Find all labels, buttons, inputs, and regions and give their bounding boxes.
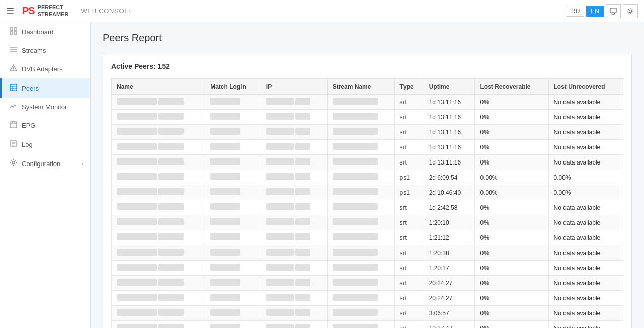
cell-lost-unrecovered: No data available	[548, 306, 623, 321]
cell-match-login	[205, 110, 261, 125]
svg-rect-6	[14, 28, 17, 30]
col-uptime[interactable]: Uptime	[424, 79, 475, 95]
table-row: srt20:24:270%No data available	[112, 276, 623, 291]
sidebar-item-log[interactable]: Log	[0, 135, 90, 154]
sidebar-item-peers[interactable]: Peers	[0, 78, 90, 98]
cell-ip	[261, 215, 327, 230]
cell-uptime: 3:06:57	[424, 306, 475, 321]
cell-ip	[261, 245, 327, 261]
cell-lost-unrecovered: No data available	[548, 110, 623, 125]
cell-match-login	[205, 230, 261, 245]
cell-name	[112, 125, 205, 140]
cell-match-login	[205, 215, 261, 230]
table-row: srt1d 13:11:160%No data available	[112, 140, 623, 155]
cell-match-login	[205, 185, 261, 200]
cell-lost-recoverable: 0%	[475, 230, 548, 245]
col-name[interactable]: Name	[112, 79, 205, 95]
sidebar-item-configuration[interactable]: Configuration ›	[0, 154, 90, 173]
cell-name	[112, 140, 205, 155]
gear-icon-button[interactable]	[623, 4, 638, 18]
cell-stream-name	[327, 110, 394, 125]
table-row: srt1d 13:11:160%No data available	[112, 95, 623, 110]
cell-stream-name	[327, 245, 394, 261]
cell-uptime: 1:20:10	[424, 215, 475, 230]
col-stream-name[interactable]: Stream Name	[327, 79, 394, 95]
cell-ip	[261, 110, 327, 125]
table-row: srt1d 13:11:160%No data available	[112, 155, 623, 170]
sidebar-item-dashboard[interactable]: Dashboard	[0, 22, 90, 41]
cell-type: srt	[394, 200, 424, 215]
cell-uptime: 1d 13:11:16	[424, 140, 475, 155]
system-monitor-icon	[9, 103, 18, 111]
cell-lost-unrecovered: 0.00%	[548, 170, 623, 185]
cell-ip	[261, 291, 327, 306]
table-row: ps12d 10:46:400.00%0.00%	[112, 185, 623, 200]
configuration-arrow-icon: ›	[81, 160, 83, 167]
cell-lost-recoverable: 0%	[475, 276, 548, 291]
cell-stream-name	[327, 306, 394, 321]
cell-ip	[261, 140, 327, 155]
cell-uptime: 1:20:38	[424, 245, 475, 261]
col-ip[interactable]: IP	[261, 79, 327, 95]
cell-uptime: 19:37:47	[424, 321, 475, 329]
active-peers-summary: Active Peers: 152	[111, 62, 623, 70]
cell-name	[112, 306, 205, 321]
gear-icon	[627, 8, 634, 15]
display-icon	[610, 8, 617, 15]
dashboard-icon	[9, 27, 18, 36]
cell-uptime: 1d 13:11:16	[424, 125, 475, 140]
cell-match-login	[205, 170, 261, 185]
cell-match-login	[205, 261, 261, 276]
svg-rect-8	[14, 32, 17, 34]
cell-uptime: 1d 13:11:16	[424, 95, 475, 110]
cell-lost-unrecovered: No data available	[548, 291, 623, 306]
cell-lost-recoverable: 0%	[475, 306, 548, 321]
cell-lost-recoverable: 0%	[475, 95, 548, 110]
col-lost-recoverable[interactable]: Lost Recoverable	[475, 79, 548, 95]
cell-match-login	[205, 306, 261, 321]
lang-ru-button[interactable]: RU	[567, 6, 584, 17]
cell-lost-recoverable: 0%	[475, 140, 548, 155]
sidebar-label-peers: Peers	[22, 85, 39, 92]
sidebar-item-dvb-adapters[interactable]: DVB Adapters	[0, 59, 90, 78]
peers-report-card: Active Peers: 152 Name Match Login IP St…	[103, 54, 632, 328]
cell-name	[112, 155, 205, 170]
cell-lost-unrecovered: 0.00%	[548, 185, 623, 200]
monitor-icon-button[interactable]	[606, 4, 621, 18]
cell-lost-unrecovered: No data available	[548, 276, 623, 291]
cell-ip	[261, 230, 327, 245]
cell-ip	[261, 185, 327, 200]
cell-lost-recoverable: 0.00%	[475, 185, 548, 200]
cell-ip	[261, 261, 327, 276]
svg-point-14	[13, 70, 14, 71]
table-row: srt1:20:170%No data available	[112, 261, 623, 276]
col-lost-unrecovered[interactable]: Lost Unrecovered	[548, 79, 623, 95]
cell-lost-unrecovered: No data available	[548, 125, 623, 140]
cell-name	[112, 185, 205, 200]
sidebar-item-epg[interactable]: EPG	[0, 116, 90, 135]
cell-ip	[261, 276, 327, 291]
logo-tagline: PERFECT STREAMER	[38, 4, 69, 17]
cell-type: ps1	[394, 170, 424, 185]
sidebar-label-epg: EPG	[22, 122, 35, 129]
svg-rect-5	[10, 28, 13, 30]
sidebar-item-streams[interactable]: Streams	[0, 41, 90, 59]
table-row: srt19:37:470%No data available	[112, 321, 623, 329]
cell-lost-recoverable: 0.00%	[475, 170, 548, 185]
cell-ip	[261, 125, 327, 140]
cell-stream-name	[327, 140, 394, 155]
svg-point-27	[12, 161, 15, 164]
menu-icon[interactable]: ☰	[6, 6, 14, 17]
cell-stream-name	[327, 95, 394, 110]
cell-name	[112, 261, 205, 276]
cell-type: srt	[394, 215, 424, 230]
cell-lost-unrecovered: No data available	[548, 321, 623, 329]
lang-en-button[interactable]: EN	[586, 6, 604, 17]
cell-lost-recoverable: 0%	[475, 215, 548, 230]
cell-name	[112, 321, 205, 329]
header-buttons: RU EN	[567, 4, 638, 18]
col-match-login[interactable]: Match Login	[205, 79, 261, 95]
sidebar-item-system-monitor[interactable]: System Monitor	[0, 98, 90, 116]
table-row: srt1d 2:42:580%No data available	[112, 200, 623, 215]
col-type[interactable]: Type	[394, 79, 424, 95]
